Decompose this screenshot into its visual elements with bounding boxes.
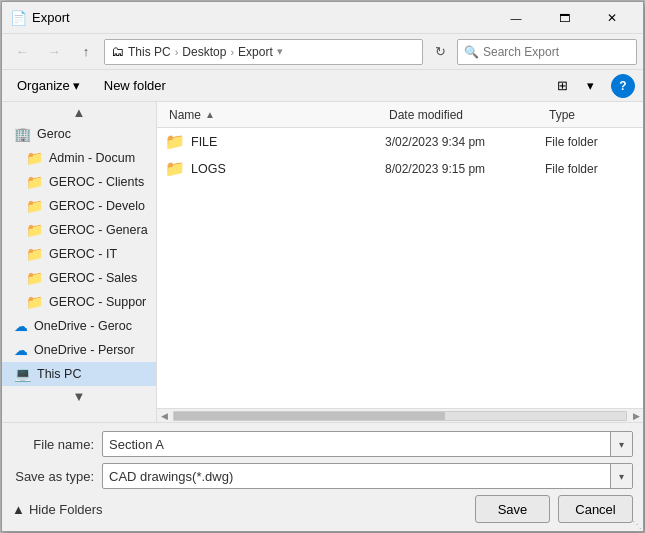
nav-icon-onedrive-person: ☁	[14, 342, 28, 358]
file-date-logs: 8/02/2023 9:15 pm	[385, 162, 545, 176]
filetype-label: Save as type:	[12, 469, 102, 484]
nav-label-onedrive-geroc: OneDrive - Geroc	[34, 319, 148, 333]
nav-item-admin[interactable]: 📁 Admin - Docum	[2, 146, 156, 170]
nav-item-this-pc[interactable]: 💻 This PC	[2, 362, 156, 386]
nav-icon-geroc: 🏢	[14, 126, 31, 142]
filename-row: File name: Section A ▾	[12, 431, 633, 457]
organize-arrow: ▾	[73, 78, 80, 93]
view-dropdown-button[interactable]: ▾	[577, 74, 603, 98]
file-list[interactable]: 📁 FILE 3/02/2023 9:34 pm File folder 📁 L…	[157, 128, 643, 408]
breadcrumb-folder-icon: 🗂	[111, 44, 124, 59]
scroll-right-button[interactable]: ▶	[629, 411, 643, 421]
file-item-logs[interactable]: 📁 LOGS 8/02/2023 9:15 pm File folder	[157, 155, 643, 182]
save-button[interactable]: Save	[475, 495, 550, 523]
file-type-file: File folder	[545, 135, 635, 149]
nav-label-this-pc: This PC	[37, 367, 148, 381]
maximize-button[interactable]: 🗖	[541, 2, 587, 34]
scroll-track[interactable]	[173, 411, 627, 421]
file-name-logs: LOGS	[191, 162, 385, 176]
filename-combo[interactable]: Section A ▾	[102, 431, 633, 457]
view-controls: ⊞ ▾	[549, 74, 603, 98]
col-type[interactable]: Type	[545, 108, 635, 122]
title-bar: 📄 Export — 🗖 ✕	[2, 2, 643, 34]
minimize-button[interactable]: —	[493, 2, 539, 34]
up-button[interactable]: ↑	[72, 39, 100, 65]
file-list-header: Name ▲ Date modified Type	[157, 102, 643, 128]
cancel-button[interactable]: Cancel	[558, 495, 633, 523]
file-icon-file: 📁	[165, 132, 185, 151]
action-buttons: Save Cancel	[475, 495, 633, 523]
nav-scroll-up[interactable]: ▲	[2, 102, 156, 122]
col-name[interactable]: Name ▲	[165, 108, 385, 122]
breadcrumb-export[interactable]: Export	[238, 45, 273, 59]
close-button[interactable]: ✕	[589, 2, 635, 34]
nav-label-it: GEROC - IT	[49, 247, 148, 261]
search-input[interactable]	[483, 45, 633, 59]
filetype-value: CAD drawings(*.dwg)	[103, 469, 610, 484]
forward-button[interactable]: →	[40, 39, 68, 65]
nav-item-genera[interactable]: 📁 GEROC - Genera	[2, 218, 156, 242]
nav-toolbar: ← → ↑ 🗂 This PC › Desktop › Export ▾ ↻ 🔍	[2, 34, 643, 70]
nav-label-geroc: Geroc	[37, 127, 148, 141]
file-name-file: FILE	[191, 135, 385, 149]
scroll-left-button[interactable]: ◀	[157, 411, 171, 421]
dialog-title: Export	[32, 10, 493, 25]
nav-icon-sales: 📁	[26, 270, 43, 286]
nav-icon-develo: 📁	[26, 198, 43, 214]
new-folder-button[interactable]: New folder	[95, 74, 175, 97]
bottom-area: File name: Section A ▾ Save as type: CAD…	[2, 422, 643, 531]
col-date-label: Date modified	[389, 108, 463, 122]
nav-label-onedrive-person: OneDrive - Persor	[34, 343, 148, 357]
nav-label-sales: GEROC - Sales	[49, 271, 148, 285]
organize-toolbar: Organize ▾ New folder ⊞ ▾ ?	[2, 70, 643, 102]
filetype-combo[interactable]: CAD drawings(*.dwg) ▾	[102, 463, 633, 489]
breadcrumb[interactable]: 🗂 This PC › Desktop › Export ▾	[104, 39, 423, 65]
refresh-button[interactable]: ↻	[427, 39, 453, 65]
organize-button[interactable]: Organize ▾	[10, 74, 87, 97]
resize-handle[interactable]: ⋱	[629, 517, 643, 531]
breadcrumb-desktop[interactable]: Desktop	[182, 45, 226, 59]
organize-label: Organize	[17, 78, 70, 93]
help-button[interactable]: ?	[611, 74, 635, 98]
nav-panel: ▲ 🏢 Geroc 📁 Admin - Docum 📁 GEROC - Clie…	[2, 102, 157, 422]
nav-item-suppor[interactable]: 📁 GEROC - Suppor	[2, 290, 156, 314]
file-item-file[interactable]: 📁 FILE 3/02/2023 9:34 pm File folder	[157, 128, 643, 155]
col-type-label: Type	[549, 108, 575, 122]
view-grid-button[interactable]: ⊞	[549, 74, 575, 98]
nav-item-geroc[interactable]: 🏢 Geroc	[2, 122, 156, 146]
window-controls: — 🗖 ✕	[493, 2, 635, 34]
nav-label-suppor: GEROC - Suppor	[49, 295, 148, 309]
nav-scroll-down[interactable]: ▼	[2, 386, 156, 406]
nav-item-onedrive-person[interactable]: ☁ OneDrive - Persor	[2, 338, 156, 362]
search-icon: 🔍	[464, 45, 479, 59]
nav-icon-genera: 📁	[26, 222, 43, 238]
nav-icon-admin: 📁	[26, 150, 43, 166]
filename-label: File name:	[12, 437, 102, 452]
filetype-dropdown-btn[interactable]: ▾	[610, 464, 632, 488]
file-panel: Name ▲ Date modified Type 📁 FILE 3/02/20…	[157, 102, 643, 422]
hide-folders-button[interactable]: ▲ Hide Folders	[12, 502, 103, 517]
filename-value: Section A	[103, 437, 610, 452]
nav-icon-it: 📁	[26, 246, 43, 262]
hide-folders-label: Hide Folders	[29, 502, 103, 517]
nav-item-onedrive-geroc[interactable]: ☁ OneDrive - Geroc	[2, 314, 156, 338]
nav-icon-this-pc: 💻	[14, 366, 31, 382]
nav-icon-clients: 📁	[26, 174, 43, 190]
nav-icon-onedrive-geroc: ☁	[14, 318, 28, 334]
file-date-file: 3/02/2023 9:34 pm	[385, 135, 545, 149]
hide-folders-icon: ▲	[12, 502, 25, 517]
main-content: ▲ 🏢 Geroc 📁 Admin - Docum 📁 GEROC - Clie…	[2, 102, 643, 422]
nav-item-develo[interactable]: 📁 GEROC - Develo	[2, 194, 156, 218]
search-box[interactable]: 🔍	[457, 39, 637, 65]
nav-item-clients[interactable]: 📁 GEROC - Clients	[2, 170, 156, 194]
breadcrumb-thispc[interactable]: This PC	[128, 45, 171, 59]
nav-item-sales[interactable]: 📁 GEROC - Sales	[2, 266, 156, 290]
nav-item-it[interactable]: 📁 GEROC - IT	[2, 242, 156, 266]
col-date[interactable]: Date modified	[385, 108, 545, 122]
horizontal-scrollbar[interactable]: ◀ ▶	[157, 408, 643, 422]
filename-dropdown-btn[interactable]: ▾	[610, 432, 632, 456]
file-type-logs: File folder	[545, 162, 635, 176]
breadcrumb-dropdown-icon: ▾	[277, 45, 283, 58]
back-button[interactable]: ←	[8, 39, 36, 65]
nav-icon-suppor: 📁	[26, 294, 43, 310]
